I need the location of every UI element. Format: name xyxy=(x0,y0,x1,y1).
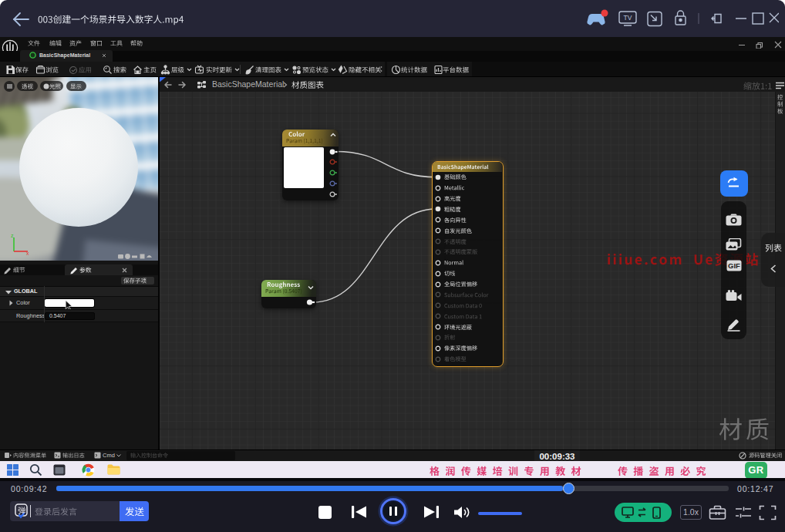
svg-text:TV: TV xyxy=(624,14,632,22)
svg-text:x: x xyxy=(26,251,29,256)
svg-text:z: z xyxy=(11,233,14,238)
svg-text:GIF: GIF xyxy=(728,261,740,270)
